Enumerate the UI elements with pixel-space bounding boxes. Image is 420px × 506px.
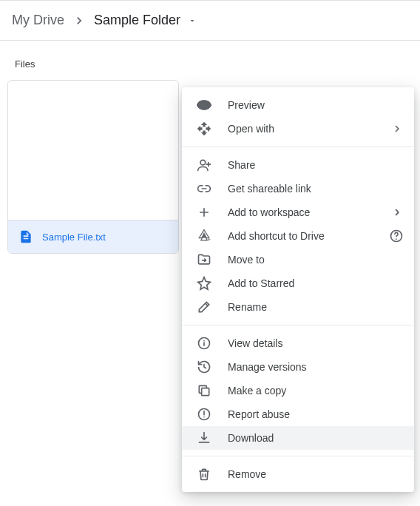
menu-report-abuse[interactable]: Report abuse [182,402,414,426]
download-icon [197,431,211,445]
file-text-icon [18,229,33,244]
link-icon [197,181,211,196]
menu-label: Get shareable link [211,183,404,195]
menu-download[interactable]: Download [182,426,414,450]
menu-view-details[interactable]: View details [182,331,414,355]
menu-remove[interactable]: Remove [182,462,414,486]
menu-label: Remove [211,468,404,480]
menu-add-starred[interactable]: Add to Starred [182,271,414,295]
menu-divider [182,325,414,325]
breadcrumb-root[interactable]: My Drive [9,11,67,30]
open-with-icon [197,121,211,136]
menu-label: View details [211,337,404,349]
menu-make-copy[interactable]: Make a copy [182,379,414,402]
menu-label: Manage versions [211,361,404,373]
eye-icon [197,98,211,112]
pencil-icon [197,300,211,314]
copy-icon [197,383,211,398]
svg-point-1 [200,160,206,165]
report-icon [197,407,211,422]
file-footer: Sample File.txt [8,220,178,253]
chevron-right-icon [390,122,404,135]
file-card[interactable]: Sample File.txt [7,80,179,254]
breadcrumb: My Drive Sample Folder [0,1,420,40]
svg-text:+: + [207,236,211,243]
context-menu: Preview Open with Share Get shareable li… [182,87,414,492]
menu-divider [182,456,414,456]
svg-point-4 [396,238,397,240]
drive-shortcut-icon: + [197,229,211,243]
plus-icon [197,205,211,220]
move-folder-icon [197,252,211,267]
menu-label: Share [211,159,404,171]
dropdown-caret-icon [188,16,197,25]
history-icon [197,360,211,374]
menu-label: Make a copy [211,385,404,397]
menu-share[interactable]: Share [182,153,414,177]
svg-point-6 [203,340,205,342]
menu-open-with[interactable]: Open with [182,117,414,141]
person-add-icon [197,158,211,172]
star-icon [197,276,211,291]
menu-preview[interactable]: Preview [182,93,414,117]
menu-label: Rename [211,301,404,313]
menu-manage-versions[interactable]: Manage versions [182,355,414,379]
breadcrumb-current[interactable]: Sample Folder [91,11,200,30]
chevron-right-icon [390,206,404,219]
menu-label: Add shortcut to Drive [211,230,389,242]
chevron-right-icon [72,13,87,28]
menu-label: Open with [211,123,390,135]
help-icon[interactable] [389,229,404,243]
file-preview-area [8,81,178,220]
svg-point-9 [203,416,205,418]
menu-add-workspace[interactable]: Add to workspace [182,200,414,224]
menu-label: Add to Starred [211,277,404,289]
trash-icon [197,467,211,482]
menu-add-shortcut[interactable]: + Add shortcut to Drive [182,224,414,248]
menu-label: Download [211,432,404,444]
section-files-label: Files [7,53,413,80]
menu-label: Move to [211,254,404,266]
breadcrumb-current-label: Sample Folder [94,13,180,28]
menu-shareable-link[interactable]: Get shareable link [182,177,414,200]
menu-label: Preview [211,99,404,111]
menu-label: Report abuse [211,408,404,420]
file-name: Sample File.txt [42,232,106,243]
menu-divider [182,146,414,147]
menu-label: Add to workspace [211,206,390,218]
svg-rect-7 [202,388,209,396]
menu-move-to[interactable]: Move to [182,248,414,271]
info-icon [197,336,211,351]
menu-rename[interactable]: Rename [182,295,414,319]
